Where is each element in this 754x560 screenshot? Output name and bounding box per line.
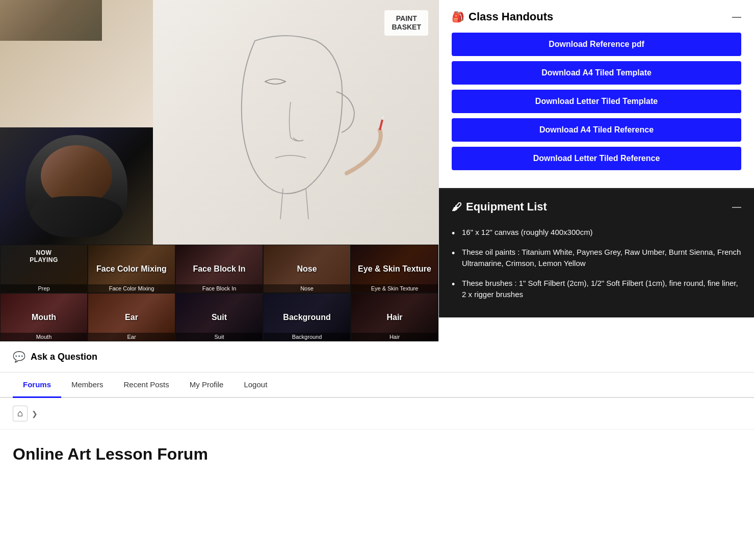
forum-title-area: Online Art Lesson Forum [0, 430, 754, 474]
breadcrumb: ⌂ ❯ [0, 398, 754, 430]
thumb-label-eye-skin: Eye & Skin Texture [351, 284, 438, 292]
thumb-suit[interactable]: Suit Suit [175, 293, 263, 341]
thumb-label-background: Background [264, 333, 350, 341]
sketch-svg [153, 0, 438, 245]
equipment-title: 🖌 Equipment List [452, 200, 547, 214]
equipment-list: 16" x 12" canvas (roughly 400x300cm) The… [452, 223, 741, 305]
equipment-icon: 🖌 [452, 201, 462, 213]
thumb-label-face-block: Face Block In [176, 284, 263, 292]
equipment-item-canvas: 16" x 12" canvas (roughly 400x300cm) [452, 223, 741, 243]
thumb-title-hair: Hair [356, 312, 434, 323]
handouts-title: 🎒 Class Handouts [452, 10, 553, 23]
thumb-ear[interactable]: Ear Ear [88, 293, 175, 341]
thumb-label-face-color: Face Color Mixing [88, 284, 175, 292]
download-a4-tiled-template-btn[interactable]: Download A4 Tiled Template [452, 61, 741, 85]
thumb-eye-skin[interactable]: Eye & Skin Texture Eye & Skin Texture [351, 245, 438, 293]
thumb-mouth[interactable]: Mouth Mouth [0, 293, 88, 341]
download-letter-tiled-template-btn[interactable]: Download Letter Tiled Template [452, 90, 741, 113]
thumb-label-mouth: Mouth [1, 333, 87, 341]
equipment-section: 🖌 Equipment List — 16" x 12" canvas (rou… [439, 190, 754, 317]
thumbnail-row-1: NOW PLAYING Prep Face Color Mixing Face … [0, 245, 438, 293]
thumb-title-face-color: Face Color Mixing [93, 263, 171, 274]
equipment-header: 🖌 Equipment List — [452, 200, 741, 214]
thumb-label-nose: Nose [264, 284, 350, 292]
thumb-title-nose: Nose [268, 263, 346, 274]
ask-question-label: Ask a Question [31, 352, 97, 362]
now-playing-badge: NOW PLAYING [22, 249, 66, 263]
forum-tab-forums[interactable]: Forums [13, 372, 61, 398]
forum-nav: Forums Members Recent Posts My Profile L… [0, 372, 754, 398]
video-player[interactable]: PAINT BASKET [0, 0, 438, 245]
download-letter-tiled-reference-btn[interactable]: Download Letter Tiled Reference [452, 147, 741, 170]
download-reference-pdf-btn[interactable]: Download Reference pdf [452, 33, 741, 56]
equipment-item-paints: These oil paints : Titanium White, Payne… [452, 243, 741, 274]
left-panel: PAINT BASKET NOW PLAYING Prep Face Color… [0, 0, 438, 341]
breadcrumb-home-icon[interactable]: ⌂ [13, 406, 28, 421]
thumb-title-face-block: Face Block In [180, 263, 258, 274]
right-panel: 🎒 Class Handouts — Download Reference pd… [438, 0, 754, 341]
ask-question-bar[interactable]: 💬 Ask a Question [0, 341, 754, 372]
thumb-face-color-mixing[interactable]: Face Color Mixing Face Color Mixing [88, 245, 175, 293]
handouts-header: 🎒 Class Handouts — [452, 10, 741, 23]
thumb-title-eye-skin: Eye & Skin Texture [356, 263, 434, 274]
equipment-item-brushes: These brushes : 1" Soft Filbert (2cm), 1… [452, 274, 741, 305]
thumb-label-suit: Suit [176, 333, 263, 341]
forum-tab-my-profile[interactable]: My Profile [179, 372, 234, 398]
handouts-section: 🎒 Class Handouts — Download Reference pd… [439, 0, 754, 190]
handouts-icon: 🎒 [452, 11, 464, 23]
equipment-minimize-btn[interactable]: — [732, 202, 741, 212]
sketch-area [153, 0, 438, 245]
bottom-area: 💬 Ask a Question Forums Members Recent P… [0, 341, 754, 474]
thumb-now-playing[interactable]: NOW PLAYING Prep [0, 245, 88, 293]
thumb-label-hair: Hair [351, 333, 438, 341]
forum-tab-logout[interactable]: Logout [233, 372, 277, 398]
thumbnail-row-2: Mouth Mouth Ear Ear Suit Suit Background… [0, 293, 438, 341]
forum-nav-tabs: Forums Members Recent Posts My Profile L… [13, 372, 741, 397]
thumb-title-ear: Ear [93, 312, 171, 323]
thumb-title-suit: Suit [180, 312, 258, 323]
thumb-face-block-in[interactable]: Face Block In Face Block In [175, 245, 263, 293]
chat-icon: 💬 [13, 351, 25, 363]
thumb-label-prep: Prep [1, 284, 87, 292]
thumb-background[interactable]: Background Background [263, 293, 351, 341]
thumb-title-mouth: Mouth [5, 312, 83, 323]
thumb-label-ear: Ear [88, 333, 175, 341]
forum-tab-members[interactable]: Members [61, 372, 114, 398]
forum-tab-recent-posts[interactable]: Recent Posts [114, 372, 179, 398]
paintbasket-logo: PAINT BASKET [384, 10, 428, 36]
download-a4-tiled-reference-btn[interactable]: Download A4 Tiled Reference [452, 118, 741, 142]
thumb-hair[interactable]: Hair Hair [351, 293, 438, 341]
forum-main-title: Online Art Lesson Forum [13, 445, 741, 464]
handouts-minimize-btn[interactable]: — [732, 12, 741, 22]
thumb-nose[interactable]: Nose Nose [263, 245, 351, 293]
video-top-left-overlay [0, 0, 102, 41]
video-portrait-overlay [0, 127, 153, 245]
thumb-title-background: Background [268, 312, 346, 323]
breadcrumb-chevron: ❯ [32, 410, 38, 418]
